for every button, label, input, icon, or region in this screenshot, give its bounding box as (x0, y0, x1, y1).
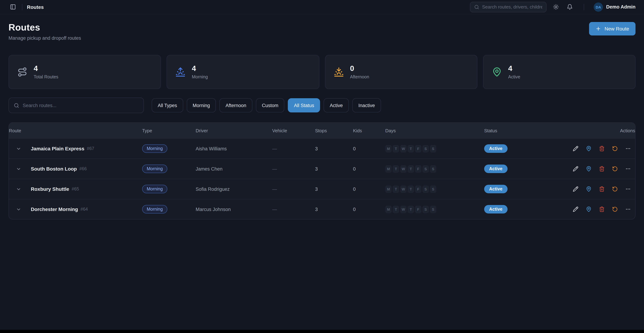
notifications-button[interactable] (565, 3, 574, 11)
kids-count: 0 (353, 166, 385, 171)
stops-count: 3 (315, 146, 353, 151)
sunrise-icon (176, 67, 186, 77)
stat-card-total-routes: 4 Total Routes (8, 55, 161, 89)
day-pill: S (422, 145, 429, 152)
status-badge: Active (484, 185, 507, 193)
chevron-down-icon[interactable] (16, 146, 21, 151)
days-pills: M T W T F S S (385, 185, 484, 193)
day-pill: M (385, 165, 392, 173)
day-pill: W (400, 185, 406, 193)
search-icon (474, 5, 479, 10)
day-pill: F (415, 165, 422, 173)
stat-value: 4 (192, 65, 208, 72)
filter-chip-morning[interactable]: Morning (186, 98, 216, 112)
day-pill: T (408, 185, 414, 193)
chevron-down-icon[interactable] (16, 166, 21, 171)
stat-label: Morning (192, 75, 208, 80)
day-pill: M (385, 205, 392, 213)
stat-label: Active (508, 75, 520, 80)
day-pill: F (415, 205, 422, 213)
days-pills: M T W T F S S (385, 205, 484, 213)
routes-search[interactable] (8, 98, 144, 113)
delete-route-button[interactable] (599, 146, 605, 151)
delete-route-button[interactable] (599, 186, 605, 192)
edit-route-button[interactable] (573, 146, 578, 151)
delete-route-button[interactable] (599, 206, 605, 212)
more-actions-button[interactable] (625, 206, 631, 212)
route-id: #66 (80, 166, 87, 171)
driver-name: Marcus Johnson (196, 207, 272, 212)
page-title: Routes (8, 22, 81, 33)
more-actions-button[interactable] (625, 166, 631, 172)
table-row[interactable]: Jamaica Plain Express #67 Morning Aisha … (9, 138, 635, 159)
edit-route-button[interactable] (573, 166, 578, 172)
global-search-input[interactable] (482, 4, 542, 10)
table-row[interactable]: Roxbury Shuttle #65 Morning Sofia Rodrig… (9, 179, 635, 199)
map-pin-icon (492, 67, 502, 77)
column-header-route: Route (9, 128, 142, 133)
stat-value: 4 (34, 65, 58, 72)
vehicle-value: — (272, 186, 315, 192)
edit-route-button[interactable] (573, 186, 578, 192)
column-header-actions: Actions (573, 128, 635, 133)
more-actions-button[interactable] (625, 186, 631, 192)
delete-route-button[interactable] (599, 166, 605, 172)
restore-route-button[interactable] (612, 146, 618, 151)
day-pill: F (415, 185, 422, 193)
filter-chip-inactive[interactable]: Inactive (352, 98, 381, 112)
restore-route-button[interactable] (612, 166, 618, 172)
trash-icon (599, 166, 605, 172)
day-pill: W (400, 165, 406, 173)
view-stops-button[interactable] (586, 186, 592, 192)
filter-chip-all-types[interactable]: All Types (152, 98, 183, 112)
chevron-down-icon[interactable] (16, 186, 21, 192)
vehicle-value: — (272, 166, 315, 171)
column-header-vehicle: Vehicle (272, 128, 315, 133)
day-pill: T (408, 165, 414, 173)
route-name: Jamaica Plain Express (31, 146, 84, 151)
chevron-down-icon[interactable] (16, 207, 21, 212)
view-stops-button[interactable] (586, 206, 592, 212)
table-row[interactable]: South Boston Loop #66 Morning James Chen… (9, 159, 635, 179)
filter-chip-active[interactable]: Active (324, 98, 349, 112)
day-pill: S (422, 165, 429, 173)
view-stops-button[interactable] (586, 166, 592, 172)
trash-icon (599, 186, 605, 192)
kids-count: 0 (353, 207, 385, 212)
stat-value: 4 (508, 65, 520, 72)
sidebar-toggle-button[interactable] (8, 3, 17, 11)
avatar: DA (594, 2, 603, 12)
stats-row: 4 Total Routes 4 Morning 0 A (8, 55, 636, 89)
restore-route-button[interactable] (612, 206, 618, 212)
filter-chip-all-status[interactable]: All Status (288, 98, 320, 112)
user-menu[interactable]: DA Demo Admin (594, 2, 636, 12)
topbar-divider (22, 4, 22, 10)
theme-toggle-button[interactable] (552, 3, 560, 11)
status-badge: Active (484, 165, 507, 173)
day-pill: S (430, 185, 436, 193)
panel-left-icon (10, 4, 16, 10)
map-pin-icon (586, 206, 592, 212)
day-pill: F (415, 145, 422, 152)
routes-search-input[interactable] (23, 103, 138, 108)
table-row[interactable]: Dorchester Morning #64 Morning Marcus Jo… (9, 199, 635, 219)
new-route-button[interactable]: New Route (589, 22, 636, 36)
pencil-icon (573, 146, 578, 151)
stops-count: 3 (315, 186, 353, 192)
edit-route-button[interactable] (573, 206, 578, 212)
stops-count: 3 (315, 166, 353, 171)
route-name: Dorchester Morning (31, 206, 78, 212)
more-actions-button[interactable] (625, 146, 631, 151)
global-search[interactable] (470, 2, 546, 12)
sunset-icon (334, 67, 344, 77)
type-badge: Morning (142, 144, 167, 153)
pencil-icon (573, 166, 578, 172)
day-pill: M (385, 185, 392, 193)
stops-count: 3 (315, 207, 353, 212)
page-subtitle: Manage pickup and dropoff routes (8, 36, 81, 41)
status-badge: Active (484, 144, 507, 153)
view-stops-button[interactable] (586, 146, 592, 151)
filter-chip-custom[interactable]: Custom (256, 98, 284, 112)
filter-chip-afternoon[interactable]: Afternoon (220, 98, 252, 112)
restore-route-button[interactable] (612, 186, 618, 192)
